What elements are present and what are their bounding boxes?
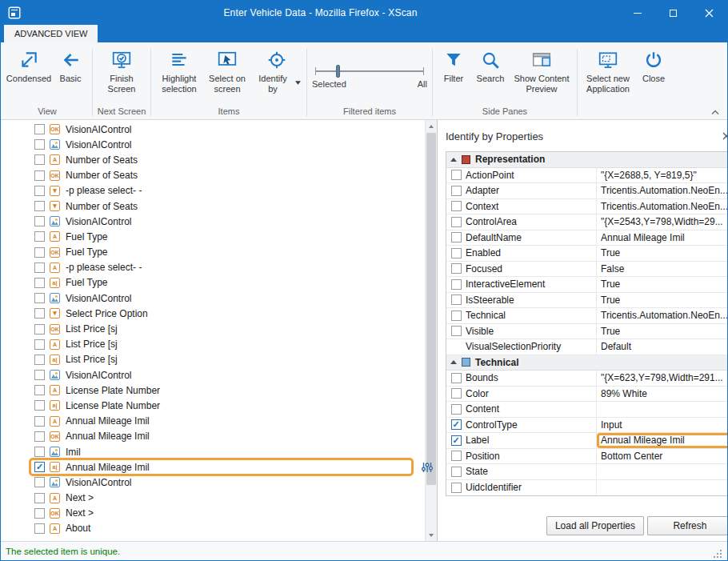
property-row[interactable]: ✓ Label Annual Mileage Imil bbox=[446, 433, 728, 449]
property-checkbox[interactable] bbox=[451, 232, 462, 242]
tree-row-checkbox[interactable] bbox=[34, 400, 45, 411]
tree-row-checkbox[interactable] bbox=[34, 416, 45, 427]
tree-row[interactable]: a| List Price [sj bbox=[1, 352, 425, 367]
property-row[interactable]: DefaultName Annual Mileage Imil bbox=[446, 230, 728, 246]
property-row[interactable]: InteractiveElement True bbox=[446, 277, 728, 293]
tree-row[interactable]: A -p please select- - bbox=[1, 260, 425, 275]
tree-row-checkbox[interactable] bbox=[34, 477, 45, 487]
slider-track[interactable] bbox=[315, 70, 424, 72]
tree-row-checkbox[interactable] bbox=[34, 139, 45, 150]
tree-row[interactable]: OK Next > bbox=[1, 506, 425, 521]
property-row[interactable]: ActionPoint "{X=2688,5, Y=819,5}" bbox=[446, 168, 728, 184]
load-all-properties-button[interactable]: Load all Properties bbox=[546, 516, 644, 535]
tree-row-checkbox[interactable] bbox=[34, 154, 45, 165]
property-checkbox[interactable]: ✓ bbox=[451, 435, 462, 446]
resize-grip[interactable] bbox=[713, 549, 722, 559]
show-content-preview-button[interactable]: Show Content Preview bbox=[510, 46, 574, 96]
minimize-button[interactable] bbox=[619, 1, 655, 25]
property-checkbox[interactable] bbox=[451, 373, 462, 383]
tree-row[interactable]: VisionAIControl bbox=[1, 367, 425, 383]
tree-row-checkbox[interactable] bbox=[34, 262, 45, 273]
tree-row-checkbox[interactable] bbox=[34, 216, 45, 226]
tree-row-checkbox[interactable]: ✓ bbox=[34, 462, 45, 472]
search-button[interactable]: Search bbox=[471, 46, 510, 86]
tree-row[interactable]: OK Annual Mileage Imil bbox=[1, 429, 425, 444]
finish-screen-button[interactable]: Finish Screen bbox=[96, 46, 147, 96]
tree-row-checkbox[interactable] bbox=[34, 324, 45, 335]
tree-row-checkbox[interactable] bbox=[34, 447, 45, 457]
scroll-down-button[interactable] bbox=[426, 529, 437, 541]
property-checkbox[interactable] bbox=[451, 326, 462, 336]
property-row[interactable]: VisualSelectionPriority Default bbox=[446, 339, 728, 355]
close-button[interactable]: Close bbox=[635, 46, 672, 86]
tree-row[interactable]: a| License Plate Number bbox=[1, 398, 425, 413]
property-row[interactable]: Focused False bbox=[446, 262, 728, 278]
property-row[interactable]: Bounds "{X=623,Y=798,Width=291... bbox=[446, 371, 728, 387]
tree-row[interactable]: VisionAIControl bbox=[1, 475, 425, 490]
identify-by-button[interactable]: Identify by bbox=[250, 46, 303, 96]
tree-row[interactable]: VisionAIControl bbox=[1, 291, 425, 306]
tree-row-checkbox[interactable] bbox=[34, 431, 45, 442]
scrollbar-thumb[interactable] bbox=[426, 133, 436, 485]
tree-row[interactable]: ▾ Select Price Option bbox=[1, 306, 425, 321]
property-checkbox[interactable] bbox=[451, 467, 462, 477]
property-checkbox[interactable] bbox=[451, 279, 462, 290]
tree-row[interactable]: A License Plate Number bbox=[1, 383, 425, 398]
collapse-ribbon-button[interactable] bbox=[710, 107, 721, 117]
property-checkbox[interactable] bbox=[451, 483, 462, 493]
tree-row-checkbox[interactable] bbox=[34, 339, 45, 350]
property-row[interactable]: State bbox=[446, 464, 728, 480]
tune-icon[interactable] bbox=[421, 461, 434, 474]
property-checkbox[interactable] bbox=[451, 248, 462, 258]
property-row[interactable]: ✓ ControlType Input bbox=[446, 418, 728, 434]
tree-row[interactable]: VisionAIControl bbox=[1, 214, 425, 229]
tree-row[interactable]: ▾ -p please select- - bbox=[1, 183, 425, 198]
property-row[interactable]: IsSteerable True bbox=[446, 293, 728, 309]
property-row[interactable]: Content bbox=[446, 402, 728, 418]
tree-row-checkbox[interactable] bbox=[34, 278, 45, 288]
tree-row[interactable]: A About bbox=[1, 521, 425, 536]
property-row[interactable]: Context Tricentis.Automation.NeoEn... bbox=[446, 199, 728, 215]
tab-advanced-view[interactable]: ADVANCED VIEW bbox=[4, 25, 98, 42]
tree-row-checkbox[interactable] bbox=[34, 508, 45, 519]
tree-row-checkbox[interactable] bbox=[34, 293, 45, 303]
tree-row-checkbox[interactable] bbox=[34, 493, 45, 503]
property-row[interactable]: Technical Tricentis.Automation.NeoEn... bbox=[446, 308, 728, 324]
property-checkbox[interactable] bbox=[451, 170, 462, 180]
property-row[interactable]: Position Bottom Center bbox=[446, 449, 728, 465]
tree-row-checkbox[interactable] bbox=[34, 308, 45, 319]
highlight-selection-button[interactable]: Highlight selection bbox=[154, 46, 204, 96]
tree-row[interactable]: ▾ Number of Seats bbox=[1, 198, 425, 214]
property-row[interactable]: Visible True bbox=[446, 324, 728, 340]
tree-row-checkbox[interactable] bbox=[34, 231, 45, 242]
tree-row-checkbox[interactable] bbox=[34, 201, 45, 211]
property-row[interactable]: Color 89% White bbox=[446, 387, 728, 403]
tree-row[interactable]: OK Number of Seats bbox=[1, 168, 425, 183]
slider-handle[interactable] bbox=[336, 65, 340, 78]
property-checkbox[interactable] bbox=[451, 186, 462, 196]
property-checkbox[interactable] bbox=[451, 217, 462, 227]
tree-row[interactable]: OK List Price [sj bbox=[1, 321, 425, 336]
tree-row[interactable]: OK VisionAIControl bbox=[1, 122, 425, 137]
property-checkbox[interactable] bbox=[451, 201, 462, 211]
property-checkbox[interactable] bbox=[451, 311, 462, 321]
tree-row[interactable]: VisionAIControl bbox=[1, 137, 425, 152]
condensed-button[interactable]: Condensed bbox=[6, 46, 52, 86]
tree-row-checkbox[interactable] bbox=[34, 186, 45, 196]
property-checkbox[interactable] bbox=[451, 451, 462, 461]
maximize-button[interactable] bbox=[655, 1, 691, 25]
property-checkbox[interactable] bbox=[451, 263, 462, 274]
property-group-header[interactable]: Representation bbox=[446, 152, 728, 168]
tree-row-checkbox[interactable] bbox=[34, 523, 45, 534]
tree-row[interactable]: A List Price [sj bbox=[1, 337, 425, 352]
basic-button[interactable]: Basic bbox=[52, 46, 89, 86]
property-checkbox[interactable]: ✓ bbox=[451, 419, 462, 430]
property-row[interactable]: Adapter Tricentis.Automation.NeoEn... bbox=[446, 183, 728, 199]
scroll-up-button[interactable] bbox=[426, 120, 437, 132]
tree-row-checkbox[interactable] bbox=[34, 124, 45, 134]
property-checkbox[interactable] bbox=[451, 404, 462, 415]
tree-row[interactable]: a| Fuel Type bbox=[1, 275, 425, 291]
property-row[interactable]: UidcIdentifier bbox=[446, 480, 728, 496]
tree-row[interactable]: ✓ a| Annual Mileage Imil bbox=[1, 459, 425, 475]
close-window-button[interactable] bbox=[691, 1, 727, 25]
